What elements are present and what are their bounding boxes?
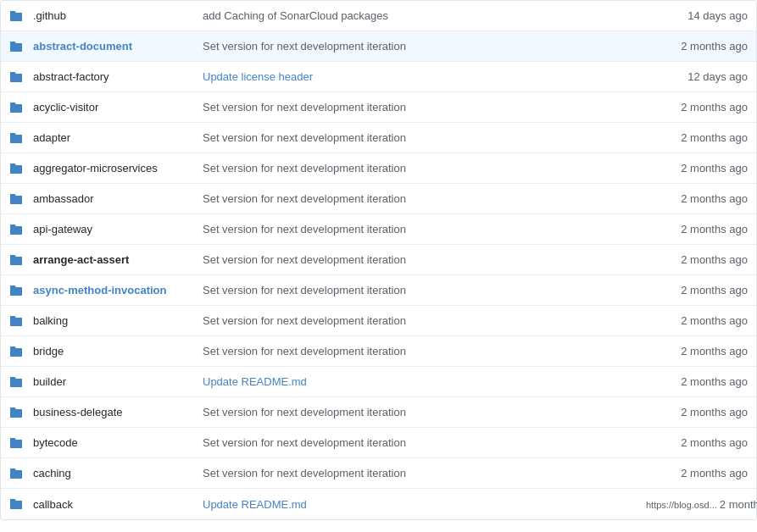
commit-message: Set version for next development iterati… (203, 253, 646, 266)
table-row: balkingSet version for next development … (1, 306, 756, 336)
commit-time: 2 months ago (646, 192, 748, 205)
table-row: aggregator-microservicesSet version for … (1, 153, 756, 184)
folder-icon (9, 101, 26, 114)
file-name: ambassador (33, 192, 203, 205)
folder-icon (9, 406, 26, 419)
commit-time: 2 months ago (646, 223, 748, 236)
folder-icon (9, 70, 26, 84)
commit-message: Set version for next development iterati… (203, 131, 646, 144)
commit-time: 2 months ago (646, 467, 748, 479)
table-row: .githubadd Caching of SonarCloud package… (1, 1, 756, 31)
commit-message[interactable]: Update README.md (203, 375, 646, 388)
commit-message: Set version for next development iterati… (203, 406, 646, 418)
commit-message: Set version for next development iterati… (203, 101, 646, 114)
commit-time: https://blog.osd... 2 months ago (646, 498, 748, 511)
file-name: adapter (33, 131, 203, 144)
commit-time: 2 months ago (646, 40, 748, 53)
folder-icon (9, 253, 26, 267)
folder-icon (9, 9, 26, 23)
commit-message[interactable]: Update license header (203, 70, 646, 83)
folder-icon (9, 375, 26, 389)
commit-message: Set version for next development iterati… (203, 314, 646, 327)
commit-time: 12 days ago (646, 70, 748, 83)
commit-message: Set version for next development iterati… (203, 467, 646, 479)
commit-message: Set version for next development iterati… (203, 436, 646, 449)
commit-message: Set version for next development iterati… (203, 284, 646, 296)
table-row: api-gatewaySet version for next developm… (1, 214, 756, 245)
table-row: abstract-factoryUpdate license header12 … (1, 62, 756, 92)
table-row: arrange-act-assertSet version for next d… (1, 245, 756, 275)
table-row: business-delegateSet version for next de… (1, 397, 756, 428)
commit-time: 2 months ago (646, 406, 748, 418)
commit-time: 2 months ago (646, 436, 748, 449)
folder-icon (9, 345, 26, 358)
table-row: cachingSet version for next development … (1, 458, 756, 489)
file-name: bridge (33, 345, 203, 357)
commit-time: 2 months ago (646, 284, 748, 296)
folder-icon (9, 223, 26, 236)
table-row: bytecodeSet version for next development… (1, 428, 756, 458)
file-name[interactable]: abstract-document (33, 40, 203, 53)
table-row: async-method-invocationSet version for n… (1, 275, 756, 306)
table-row: acyclic-visitorSet version for next deve… (1, 92, 756, 123)
file-name: business-delegate (33, 406, 203, 418)
commit-message: Set version for next development iterati… (203, 223, 646, 236)
file-name: bytecode (33, 436, 203, 449)
file-name: arrange-act-assert (33, 253, 203, 266)
table-row: abstract-documentSet version for next de… (1, 31, 756, 62)
commit-time: 2 months ago (646, 345, 748, 357)
folder-icon (9, 314, 26, 328)
file-list: .githubadd Caching of SonarCloud package… (0, 0, 757, 520)
file-name: balking (33, 314, 203, 327)
commit-message: add Caching of SonarCloud packages (203, 9, 646, 22)
commit-time: 2 months ago (646, 131, 748, 144)
file-name: acyclic-visitor (33, 101, 203, 114)
file-name: api-gateway (33, 223, 203, 236)
file-name: aggregator-microservices (33, 162, 203, 175)
file-name: callback (33, 498, 203, 511)
commit-time: 2 months ago (646, 375, 748, 388)
commit-time: 14 days ago (646, 9, 748, 22)
commit-message: Set version for next development iterati… (203, 345, 646, 357)
folder-icon (9, 436, 26, 450)
commit-message: Set version for next development iterati… (203, 162, 646, 175)
commit-time: 2 months ago (646, 314, 748, 327)
file-name: .github (33, 9, 203, 22)
folder-icon (9, 284, 26, 297)
folder-icon (9, 131, 26, 145)
file-name[interactable]: async-method-invocation (33, 284, 203, 296)
table-row: adapterSet version for next development … (1, 123, 756, 153)
folder-icon (9, 40, 26, 53)
table-row: bridgeSet version for next development i… (1, 336, 756, 367)
folder-icon (9, 162, 26, 175)
commit-time: 2 months ago (646, 253, 748, 266)
commit-message: Set version for next development iterati… (203, 40, 646, 53)
file-name: caching (33, 467, 203, 479)
table-row: ambassadorSet version for next developme… (1, 184, 756, 214)
file-name: abstract-factory (33, 70, 203, 83)
folder-icon (9, 497, 26, 511)
table-row: callbackUpdate README.mdhttps://blog.osd… (1, 489, 756, 519)
commit-message: Set version for next development iterati… (203, 192, 646, 205)
file-name: builder (33, 375, 203, 388)
table-row: builderUpdate README.md2 months ago (1, 367, 756, 397)
commit-time: 2 months ago (646, 162, 748, 175)
folder-icon (9, 192, 26, 206)
folder-icon (9, 467, 26, 480)
commit-time: 2 months ago (646, 101, 748, 114)
commit-message[interactable]: Update README.md (203, 498, 646, 511)
